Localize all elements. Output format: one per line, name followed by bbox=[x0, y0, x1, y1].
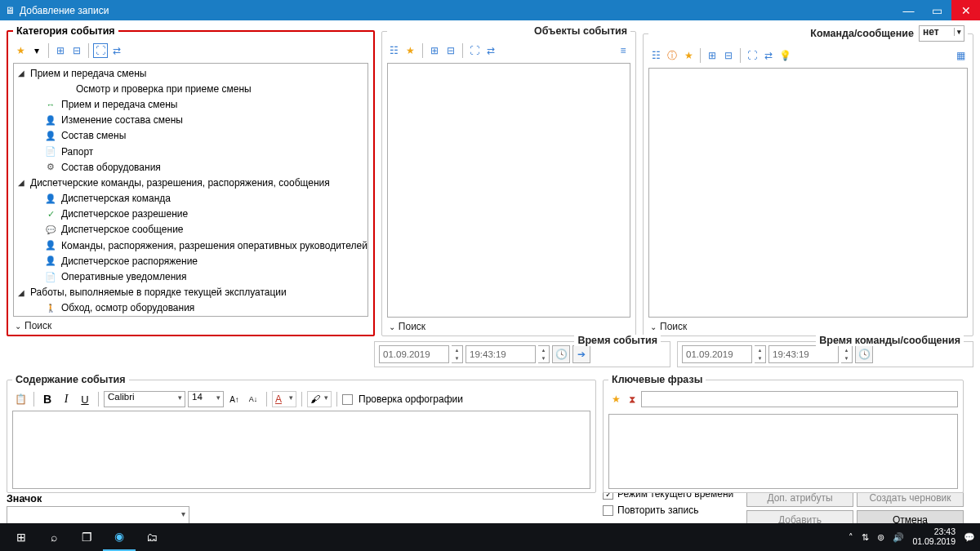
tree-item-icon bbox=[45, 208, 56, 220]
maximize-button[interactable]: ▭ bbox=[923, 0, 951, 20]
network-icon[interactable]: ⇅ bbox=[862, 532, 869, 543]
underline-button[interactable]: U bbox=[77, 391, 93, 407]
time-spinner[interactable]: ▲▼ bbox=[841, 345, 853, 363]
tree-row[interactable]: Состав оборудования bbox=[17, 159, 368, 175]
highlight-button[interactable]: 🖌 bbox=[307, 391, 332, 407]
info-icon[interactable]: ⓘ bbox=[665, 48, 679, 63]
minimize-button[interactable]: — bbox=[894, 0, 923, 20]
expand-all-icon[interactable]: ⊞ bbox=[705, 48, 719, 63]
font-color-button[interactable]: A bbox=[272, 391, 296, 407]
tree-row[interactable]: Диспетчерское разрешение bbox=[17, 207, 368, 222]
sound-icon[interactable]: 🔊 bbox=[893, 532, 904, 543]
tree-row[interactable]: Состав смены bbox=[17, 128, 368, 144]
fullscreen-icon[interactable]: ⛶ bbox=[745, 48, 760, 63]
collapse-all-icon[interactable]: ⊟ bbox=[721, 48, 736, 63]
tree-row[interactable]: Прием и передача смены bbox=[17, 96, 368, 112]
content-editor[interactable] bbox=[12, 411, 590, 489]
spellcheck-checkbox[interactable] bbox=[342, 394, 353, 405]
tree-icon[interactable]: ⇄ bbox=[761, 48, 776, 63]
tree-icon[interactable]: ⇄ bbox=[483, 43, 498, 58]
clock-icon[interactable]: 🕓 bbox=[855, 345, 873, 363]
repeat-checkbox[interactable] bbox=[603, 505, 613, 516]
favorite-icon[interactable]: ★ bbox=[13, 43, 28, 58]
collapse-all-icon[interactable]: ⊟ bbox=[443, 43, 458, 58]
fullscreen-icon[interactable]: ⛶ bbox=[93, 43, 108, 58]
favorite-icon[interactable]: ★ bbox=[681, 48, 696, 63]
tree-row[interactable]: ◢Диспетчерские команды, разрешения, расп… bbox=[17, 175, 368, 190]
event-date-input[interactable]: 01.09.2019 bbox=[379, 345, 449, 363]
expander-icon[interactable]: ◢ bbox=[17, 179, 25, 187]
grow-font-icon[interactable]: A↑ bbox=[226, 391, 243, 407]
taskview-icon[interactable]: ❐ bbox=[70, 523, 103, 551]
tree-row[interactable]: Диспетчерское распоряжение bbox=[17, 253, 368, 269]
time-spinner[interactable]: ▲▼ bbox=[538, 345, 550, 363]
expander-icon bbox=[32, 210, 40, 218]
tree-view-icon[interactable]: ☷ bbox=[387, 43, 402, 58]
command-list[interactable] bbox=[648, 68, 968, 318]
tree-row[interactable]: Изменение состава смены bbox=[17, 113, 368, 128]
expand-all-icon[interactable]: ⊞ bbox=[53, 43, 68, 58]
shrink-font-icon[interactable]: A↓ bbox=[245, 391, 261, 407]
category-search[interactable]: ⌄ Поиск bbox=[13, 317, 368, 331]
collapse-all-icon[interactable]: ⊟ bbox=[69, 43, 84, 58]
bulb-icon[interactable]: 💡 bbox=[777, 48, 792, 63]
tree-icon[interactable]: ⇄ bbox=[109, 43, 124, 58]
tree-row[interactable]: ◢Работы, выполняемые в порядке текущей э… bbox=[17, 285, 368, 300]
tree-row[interactable]: Осмотр и проверка при приеме смены bbox=[17, 81, 368, 96]
close-button[interactable]: ✕ bbox=[951, 0, 980, 20]
favorite-icon[interactable]: ★ bbox=[608, 392, 623, 407]
tray-up-icon[interactable]: ˄ bbox=[849, 532, 853, 543]
bold-button[interactable]: B bbox=[39, 391, 56, 407]
favorite-icon[interactable]: ★ bbox=[403, 43, 418, 58]
grid-icon[interactable]: ▦ bbox=[953, 48, 968, 63]
italic-button[interactable]: I bbox=[58, 391, 74, 407]
dropdown-icon[interactable]: ▾ bbox=[29, 43, 44, 58]
expand-all-icon[interactable]: ⊞ bbox=[427, 43, 442, 58]
objects-search[interactable]: ⌄ Поиск bbox=[387, 318, 630, 332]
repeat-option[interactable]: Повторить запись bbox=[603, 504, 742, 516]
objects-list[interactable] bbox=[387, 63, 630, 318]
tree-item-icon bbox=[60, 83, 71, 95]
clock-icon[interactable]: 🕓 bbox=[552, 345, 570, 363]
size-select[interactable]: 14 bbox=[188, 391, 224, 407]
clear-filter-icon[interactable]: ⧗ bbox=[625, 392, 639, 407]
date-spinner[interactable]: ▲▼ bbox=[755, 345, 766, 363]
tree-view-icon[interactable]: ☷ bbox=[648, 48, 663, 63]
command-date-input[interactable]: 01.09.2019 bbox=[682, 345, 752, 363]
tree-row[interactable]: Команды, распоряжения, разрешения операт… bbox=[17, 238, 368, 253]
command-select[interactable]: нет bbox=[919, 25, 964, 42]
app-1-icon[interactable]: ◉ bbox=[103, 523, 136, 551]
expander-icon[interactable]: ◢ bbox=[17, 288, 25, 296]
keyphrase-input[interactable] bbox=[641, 391, 958, 407]
date-spinner[interactable]: ▲▼ bbox=[452, 345, 463, 363]
tree-row[interactable]: Рапорт bbox=[17, 144, 368, 159]
wifi-icon[interactable]: ⊚ bbox=[877, 532, 884, 543]
tree-row[interactable]: Обход, осмотр оборудования bbox=[17, 300, 368, 316]
icon-select[interactable] bbox=[7, 506, 189, 524]
category-tree[interactable]: ◢Прием и передача сменыОсмотр и проверка… bbox=[13, 63, 368, 317]
chevron-down-icon: ⌄ bbox=[650, 322, 657, 331]
start-button[interactable]: ⊞ bbox=[5, 523, 38, 551]
paste-icon[interactable]: 📋 bbox=[12, 391, 29, 407]
list-icon[interactable]: ≡ bbox=[616, 43, 630, 58]
tree-row[interactable]: Оперативные уведомления bbox=[17, 269, 368, 284]
tray-clock[interactable]: 23:43 01.09.2019 bbox=[912, 527, 956, 546]
command-search[interactable]: ⌄ Поиск bbox=[648, 318, 968, 332]
tree-row[interactable]: ◢Прием и передача смены bbox=[17, 65, 368, 81]
expander-icon bbox=[32, 116, 40, 124]
keyphrases-list[interactable] bbox=[608, 414, 958, 489]
tree-row[interactable]: Диспетчерская команда bbox=[17, 191, 368, 207]
tree-row[interactable]: Диспетчерское сообщение bbox=[17, 222, 368, 238]
command-time-input[interactable]: 19:43:19 bbox=[768, 345, 839, 363]
arrow-right-icon[interactable]: ➔ bbox=[572, 345, 590, 363]
tree-item-icon bbox=[45, 114, 56, 126]
fullscreen-icon[interactable]: ⛶ bbox=[467, 43, 482, 58]
app-2-icon[interactable]: 🗂 bbox=[136, 523, 168, 551]
search-icon[interactable]: ⌕ bbox=[38, 523, 70, 551]
event-time-input[interactable]: 19:43:19 bbox=[466, 345, 536, 363]
tree-item-icon bbox=[45, 162, 56, 173]
tree-item-label: Обход, осмотр оборудования bbox=[61, 302, 194, 313]
font-select[interactable]: Calibri bbox=[104, 391, 185, 407]
notifications-icon[interactable]: 💬 bbox=[964, 532, 975, 543]
expander-icon[interactable]: ◢ bbox=[17, 69, 25, 78]
